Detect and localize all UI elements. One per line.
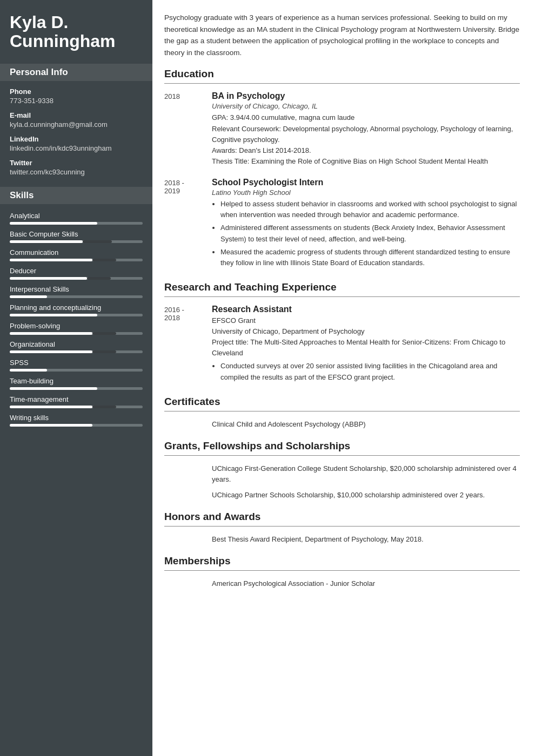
entry-detail-text: GPA: 3.94/4.00 cumulative, magna cum lau… [212, 112, 520, 123]
honors-divider [164, 526, 520, 526]
skill-bar-dark [92, 259, 116, 261]
skill-item: Problem-solving [10, 322, 143, 335]
research-heading: Research and Teaching Experience [164, 281, 520, 293]
skill-bar-bg [10, 240, 143, 243]
skill-name: Analytical [10, 212, 143, 220]
skill-bar-fill [10, 295, 47, 298]
entry-org: Latino Youth High School [212, 188, 520, 197]
skill-bar-fill [10, 387, 97, 390]
membership-item: American Psychological Association - Jun… [164, 578, 520, 590]
grant-item: UChicago Partner Schools Scholarship, $1… [164, 490, 520, 501]
entry-row: 2016 -2018Research AssistantEFSCO GrantU… [164, 305, 520, 385]
skill-name: Communication [10, 248, 143, 256]
entry-detail-text: Project title: The Multi-Sited Approache… [212, 337, 520, 359]
education-divider [164, 83, 520, 84]
entry-bullet: Measured the academic progress of studen… [220, 247, 520, 268]
skill-bar-bg [10, 259, 143, 261]
skill-bar-fill [10, 369, 47, 372]
memberships-list: American Psychological Association - Jun… [164, 578, 520, 590]
skill-item: Analytical [10, 212, 143, 225]
honors-heading: Honors and Awards [164, 511, 520, 523]
memberships-section: Memberships American Psychological Assoc… [164, 555, 520, 590]
skill-item: Writing skills [10, 414, 143, 427]
skill-bar-bg [10, 222, 143, 225]
skill-bar-dark [87, 277, 111, 280]
skill-bar-fill [10, 277, 87, 280]
entry-detail-text: Awards: Dean's List 2014-2018. [212, 145, 520, 156]
skill-bar-bg [10, 277, 143, 280]
skill-bar-dark [92, 350, 116, 353]
entry-year: 2016 -2018 [164, 305, 212, 385]
skill-item: Team-building [10, 377, 143, 390]
research-divider [164, 296, 520, 297]
skill-item: Deducer [10, 267, 143, 280]
memberships-heading: Memberships [164, 555, 520, 567]
entry-detail-text: University of Chicago, Department of Psy… [212, 326, 520, 337]
personal-info-heading: Personal Info [0, 64, 152, 81]
skill-bar-bg [10, 332, 143, 335]
email-value: kyla.d.cunningham@gmail.com [10, 120, 143, 129]
skill-bar-bg [10, 406, 143, 408]
skill-item: Organizational [10, 340, 143, 353]
skill-name: Organizational [10, 340, 143, 348]
skill-name: Planning and conceptualizing [10, 303, 143, 312]
skill-item: SPSS [10, 359, 143, 372]
skill-bar-fill [10, 240, 83, 243]
entry-bullet: Helped to assess student behavior in cla… [220, 199, 520, 220]
honor-item: Best Thesis Award Recipient, Department … [164, 534, 520, 545]
candidate-name: Kyla D.Cunningham [10, 13, 143, 51]
skill-bar-fill [10, 424, 92, 427]
entry-bullet: Conducted surveys at over 20 senior assi… [220, 361, 520, 382]
entry-bullets: Conducted surveys at over 20 senior assi… [212, 361, 520, 382]
entry-detail-text: Thesis Title: Examining the Role of Cogn… [212, 156, 520, 167]
skill-item: Planning and conceptualizing [10, 303, 143, 316]
entry-title: Research Assistant [212, 305, 520, 314]
skills-list: AnalyticalBasic Computer SkillsCommunica… [10, 212, 143, 427]
skill-bar-fill [10, 332, 92, 335]
phone-value: 773-351-9338 [10, 97, 143, 105]
skill-bar-fill [10, 259, 92, 261]
skill-bar-fill [10, 350, 92, 353]
twitter-label: Twitter [10, 159, 143, 167]
sidebar: Kyla D.Cunningham Personal Info Phone 77… [0, 0, 152, 756]
entry-title: School Psychologist Intern [212, 178, 520, 187]
entry-bullets: Helped to assess student behavior in cla… [212, 199, 520, 268]
main-content: Psychology graduate with 3 years of expe… [152, 0, 535, 756]
research-section: Research and Teaching Experience 2016 -2… [164, 281, 520, 385]
skill-bar-bg [10, 369, 143, 372]
skill-bar-bg [10, 314, 143, 316]
grants-heading: Grants, Fellowships and Scholarships [164, 440, 520, 452]
certificates-section: Certificates Clinical Child and Adolesce… [164, 396, 520, 430]
skill-name: Writing skills [10, 414, 143, 422]
skill-name: Basic Computer Skills [10, 230, 143, 238]
skill-bar-fill [10, 222, 97, 225]
skills-heading: Skills [0, 187, 152, 204]
certificates-divider [164, 411, 520, 411]
skill-bar-dark [92, 406, 116, 408]
skill-bar-bg [10, 387, 143, 390]
entry-year: 2018 [164, 91, 212, 167]
skill-name: Deducer [10, 267, 143, 275]
entry-bullet: Administered different assessments on st… [220, 222, 520, 244]
skill-bar-fill [10, 314, 97, 316]
skill-name: Problem-solving [10, 322, 143, 330]
twitter-value: twitter.com/kc93cunning [10, 168, 143, 176]
skill-name: SPSS [10, 359, 143, 367]
education-heading: Education [164, 68, 520, 80]
entry-details: Research AssistantEFSCO GrantUniversity … [212, 305, 520, 385]
skill-bar-bg [10, 350, 143, 353]
entry-details: BA in PsychologyUniversity of Chicago, C… [212, 91, 520, 167]
skill-bar-fill [10, 406, 92, 408]
entry-title: BA in Psychology [212, 91, 520, 101]
entry-row: 2018 -2019School Psychologist InternLati… [164, 178, 520, 271]
research-entries: 2016 -2018Research AssistantEFSCO GrantU… [164, 305, 520, 385]
grants-divider [164, 455, 520, 456]
skill-item: Basic Computer Skills [10, 230, 143, 243]
certificate-item: Clinical Child and Adolescent Psychology… [164, 419, 520, 430]
email-label: E-mail [10, 111, 143, 119]
certificates-list: Clinical Child and Adolescent Psychology… [164, 419, 520, 430]
summary-text: Psychology graduate with 3 years of expe… [164, 12, 520, 58]
skill-bar-dark [92, 332, 116, 335]
entry-details: School Psychologist InternLatino Youth H… [212, 178, 520, 271]
entry-detail-text: EFSCO Grant [212, 315, 520, 326]
